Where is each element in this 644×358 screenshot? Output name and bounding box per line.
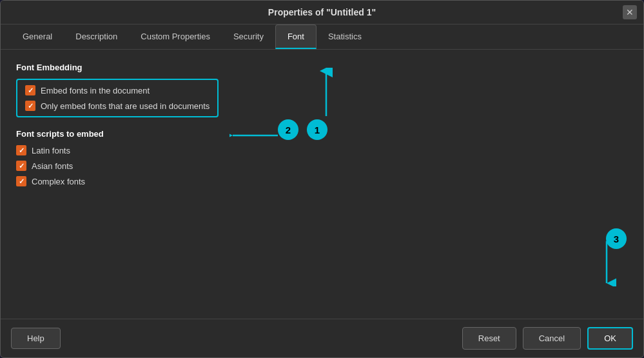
- asian-fonts-label: Asian fonts: [32, 161, 73, 171]
- close-button[interactable]: ✕: [623, 5, 637, 19]
- close-icon: ✕: [626, 7, 634, 17]
- cancel-button[interactable]: Cancel: [523, 327, 581, 350]
- footer: Help Reset Cancel OK: [1, 319, 643, 357]
- reset-button[interactable]: Reset: [462, 327, 516, 350]
- embed-fonts-label: Embed fonts in the document: [41, 86, 150, 95]
- complex-fonts-checkbox[interactable]: [16, 176, 26, 186]
- tab-statistics[interactable]: Statistics: [317, 25, 373, 49]
- only-embed-row[interactable]: Only embed fonts that are used in docume…: [25, 101, 210, 111]
- only-embed-checkbox[interactable]: [25, 101, 35, 111]
- complex-fonts-label: Complex fonts: [32, 177, 85, 186]
- font-scripts-title: Font scripts to embed: [16, 129, 628, 139]
- latin-fonts-row[interactable]: Latin fonts: [16, 145, 628, 155]
- title-bar: Properties of "Untitled 1" ✕: [1, 1, 643, 25]
- badge-3: 3: [606, 228, 627, 249]
- embed-fonts-row[interactable]: Embed fonts in the document: [25, 85, 210, 95]
- only-embed-label: Only embed fonts that are used in docume…: [41, 101, 210, 111]
- tab-custom-properties[interactable]: Custom Properties: [129, 25, 222, 49]
- content-area: Font Embedding Embed fonts in the docume…: [1, 50, 643, 319]
- tab-font[interactable]: Font: [275, 25, 317, 49]
- font-embedding-group: Embed fonts in the document Only embed f…: [16, 79, 219, 117]
- arrow-1: [317, 68, 336, 119]
- complex-fonts-row[interactable]: Complex fonts: [16, 176, 628, 186]
- font-embedding-title: Font Embedding: [16, 63, 628, 72]
- help-button[interactable]: Help: [11, 328, 61, 349]
- asian-fonts-row[interactable]: Asian fonts: [16, 161, 628, 171]
- dialog: Properties of "Untitled 1" ✕ General Des…: [0, 0, 644, 358]
- footer-right-buttons: Reset Cancel OK: [462, 327, 633, 350]
- font-scripts-group: Latin fonts Asian fonts Complex fonts: [16, 145, 628, 186]
- dialog-title: Properties of "Untitled 1": [268, 7, 376, 17]
- tab-description[interactable]: Description: [64, 25, 129, 49]
- latin-fonts-label: Latin fonts: [32, 146, 70, 155]
- arrow-3: [597, 241, 616, 286]
- font-scripts-section: Font scripts to embed Latin fonts Asian …: [16, 129, 628, 186]
- tab-security[interactable]: Security: [222, 25, 275, 49]
- latin-fonts-checkbox[interactable]: [16, 145, 26, 155]
- embed-fonts-checkbox[interactable]: [25, 85, 35, 95]
- asian-fonts-checkbox[interactable]: [16, 161, 26, 171]
- tab-general[interactable]: General: [11, 25, 64, 49]
- tab-bar: General Description Custom Properties Se…: [1, 25, 643, 50]
- ok-button[interactable]: OK: [587, 327, 633, 350]
